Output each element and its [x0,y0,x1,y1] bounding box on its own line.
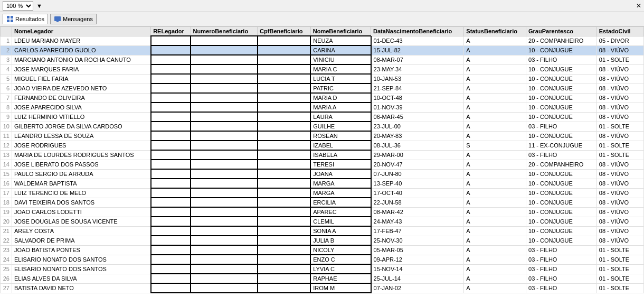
table-row[interactable]: 20JOSE DOUGLAS DE SOUSA VICENTECLEMIL24-… [1,217,644,226]
nome-beneficiario-cell: MARIA A [310,103,371,112]
reLegador-cell [151,217,191,226]
table-row[interactable]: 13MARIA DE LOURDES RODRIGUES SANTOSISABE… [1,150,644,160]
status-cell: A [464,283,526,293]
nome-legador-cell: JOSE APARECIDO SILVA [12,103,151,112]
cpf-beneficiario-cell [258,93,311,103]
reLegador-cell [151,103,191,112]
table-row[interactable]: 27BATISTA DAVID NETOIROM M07-JAN-02A03 -… [1,283,644,293]
estado-civil-cell: 08 - VIÚVO [596,84,643,93]
nome-beneficiario-cell: LUCIA T [310,74,371,84]
table-row[interactable]: 8JOSE APARECIDO SILVAMARIA A01-NOV-39A10… [1,103,644,112]
nome-legador-cell: SALVADOR DE PRIMA [12,236,151,245]
grau-parentesco-cell: 03 - FILHO [526,122,597,131]
nome-legador-cell: ELIAS ALVES DA SILVA [12,274,151,283]
reLegador-cell [151,45,191,55]
close-button[interactable]: ✕ [636,2,641,10]
grau-parentesco-cell: 10 - CONJUGUE [526,217,597,226]
status-cell: A [464,255,526,264]
nome-legador-cell: LEANDRO LESSA DE SOUZA [12,131,151,141]
col-header-estadoCivil[interactable]: EstadoCivil [596,27,643,36]
grau-parentesco-cell: 03 - FILHO [526,283,597,293]
reLegador-cell [151,150,191,160]
table-row[interactable]: 18DAVI TEIXEIRA DOS SANTOSERCILIA22-JUN-… [1,198,644,207]
nome-legador-cell: LUIZ TERENCIO DE MELO [12,188,151,198]
nome-legador-cell: MIGUEL FIEL FARIA [12,74,151,84]
reLegador-cell [151,84,191,93]
data-nascimento-cell: 13-SEP-40 [371,179,464,188]
grau-parentesco-cell: 10 - CONJUGUE [526,84,597,93]
col-header-status[interactable]: StatusBeneficiario [464,27,526,36]
nome-legador-cell: ARELY COSTA [12,226,151,236]
table-row[interactable]: 15PAULO SERGIO DE ARRUDAJOANA07-JUN-80A1… [1,169,644,179]
table-row[interactable]: 22SALVADOR DE PRIMAJULIA B25-NOV-30A10 -… [1,236,644,245]
col-header-nomeLegador[interactable]: NomeLegador [12,27,151,36]
zoom-select[interactable]: 100 % [3,1,33,11]
estado-civil-cell: 08 - VIÚVO [596,226,643,236]
table-row[interactable]: 7FERNANDO DE OLIVEIRAMARIA D10-OCT-48A10… [1,93,644,103]
cpf-beneficiario-cell [258,150,311,160]
table-row[interactable]: 10GILBERTO JORGE DA SILVA CARDOSOGUILHE2… [1,122,644,131]
table-row[interactable]: 19JOAO CARLOS LODETTIAPAREC08-MAR-42A10 … [1,207,644,217]
nome-legador-cell: ELISARIO NONATO DOS SANTOS [12,255,151,264]
reLegador-cell [151,141,191,150]
nome-beneficiario-cell: LAURA [310,112,371,122]
table-row[interactable]: 26ELIAS ALVES DA SILVARAPHAE25-JUL-14A03… [1,274,644,283]
status-cell: A [464,74,526,84]
col-header-reLegador[interactable]: RELegador [151,27,191,36]
table-row[interactable]: 6JOAO VIEIRA DE AZEVEDO NETOPATRIC21-SEP… [1,84,644,93]
table-row[interactable]: 17LUIZ TERENCIO DE MELOMARGA17-OCT-40A10… [1,188,644,198]
table-row[interactable]: 1LDEU MARIANO MAYERNEUZA01-DEC-43A20 - C… [1,36,644,45]
data-nascimento-cell: 22-JUN-58 [371,198,464,207]
reLegador-cell [151,122,191,131]
numero-beneficiario-cell [191,188,258,198]
reLegador-cell [151,226,191,236]
row-number: 22 [1,236,12,245]
numero-beneficiario-cell [191,217,258,226]
status-cell: A [464,36,526,45]
col-header-grauParentesco[interactable]: GrauParentesco [526,27,597,36]
tab-mensagens[interactable]: Mensagens [50,14,97,24]
nome-beneficiario-cell: RAPHAE [310,274,371,283]
grau-parentesco-cell: 10 - CONJUGUE [526,93,597,103]
tab-resultados[interactable]: Resultados [3,14,48,24]
table-row[interactable]: 14JOSE LIBERATO DOS PASSOSTERESI20-NOV-4… [1,160,644,169]
nome-beneficiario-cell: VINICIU [310,55,371,64]
nome-beneficiario-cell: IZABEL [310,141,371,150]
table-row[interactable]: 16WALDEMAR BAPTISTAMARGA13-SEP-40A10 - C… [1,179,644,188]
nome-legador-cell: JOAO BATISTA PONTES [12,245,151,255]
svg-rect-0 [7,16,10,18]
tab-bar: Resultados Mensagens [0,12,644,26]
col-header-numeroBeneficiario[interactable]: NumeroBeneficiario [191,27,258,36]
table-row[interactable]: 24ELISARIO NONATO DOS SANTOSENZO C09-APR… [1,255,644,264]
table-row[interactable]: 12JOSE RODRIGUESIZABEL08-JUL-36S11 - EX-… [1,141,644,150]
reLegador-cell [151,131,191,141]
col-header-nomeBeneficiario[interactable]: NomeBeneficiario [310,27,371,36]
data-nascimento-cell: 24-MAY-43 [371,217,464,226]
table-row[interactable]: 2CARLOS APARECIDO GUOLOCARINA15-JUL-82A1… [1,45,644,55]
numero-beneficiario-cell [191,64,258,74]
grau-parentesco-cell: 20 - COMPANHEIRO [526,160,597,169]
svg-rect-2 [7,20,10,22]
table-row[interactable]: 23JOAO BATISTA PONTESNICOLY05-MAR-05A03 … [1,245,644,255]
row-number: 3 [1,55,12,64]
grau-parentesco-cell: 10 - CONJUGUE [526,207,597,217]
col-header-cpfBeneficiario[interactable]: CpfBeneficiario [258,27,311,36]
col-header-dataNascimento[interactable]: DataNascimentoBeneficiario [371,27,464,36]
nome-beneficiario-cell: APAREC [310,207,371,217]
table-row[interactable]: 21ARELY COSTASONIA A17-FEB-47A10 - CONJU… [1,226,644,236]
table-row[interactable]: 4JOSE MARQUES FARIAMARIA C23-MAY-34A10 -… [1,64,644,74]
table-row[interactable]: 11LEANDRO LESSA DE SOUZAROSEAN20-MAY-83A… [1,131,644,141]
grid-icon [6,15,14,23]
grau-parentesco-cell: 03 - FILHO [526,245,597,255]
nome-beneficiario-cell: MARIA D [310,93,371,103]
table-row[interactable]: 9LUIZ HERMINIO VITIELLOLAURA06-MAR-45A10… [1,112,644,122]
data-nascimento-cell: 25-NOV-30 [371,236,464,245]
table-row[interactable]: 3MARCIANO ANTONIO DA ROCHA CANUTOVINICIU… [1,55,644,64]
grau-parentesco-cell: 03 - FILHO [526,150,597,160]
table-row[interactable]: 25ELISARIO NONATO DOS SANTOSLYVIA C15-NO… [1,264,644,274]
table-row[interactable]: 5MIGUEL FIEL FARIALUCIA T10-JAN-53A10 - … [1,74,644,84]
estado-civil-cell: 08 - VIÚVO [596,198,643,207]
estado-civil-cell: 01 - SOLTE [596,122,643,131]
estado-civil-cell: 01 - SOLTE [596,245,643,255]
results-table: NomeLegador RELegador NumeroBeneficiario… [0,26,644,293]
